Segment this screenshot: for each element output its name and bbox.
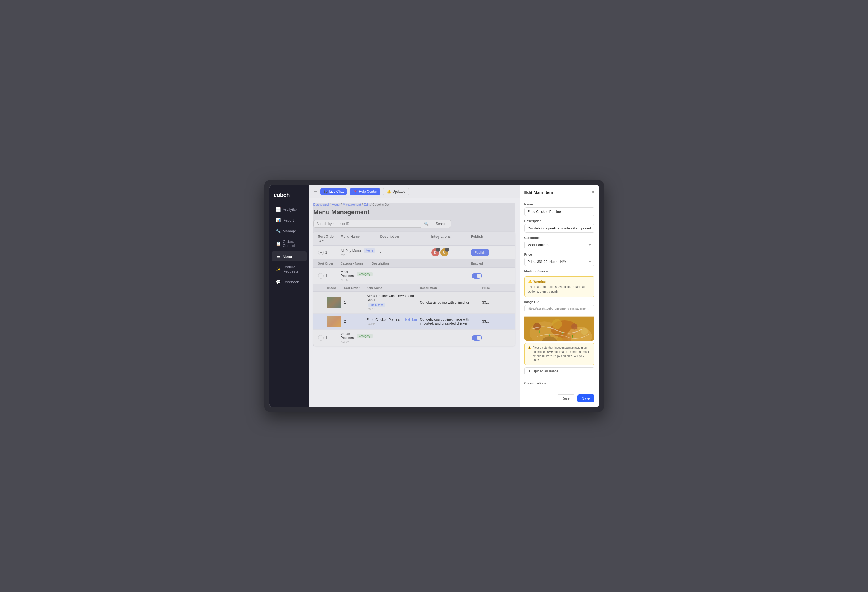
sidebar-item-feature-requests[interactable]: ✨ Feature Requests bbox=[272, 262, 307, 276]
svg-rect-10 bbox=[539, 330, 540, 333]
description-input[interactable] bbox=[524, 224, 595, 233]
reset-button[interactable]: Reset bbox=[557, 395, 575, 402]
app-logo: cubch bbox=[269, 190, 309, 204]
cat-minus-button[interactable]: − bbox=[318, 273, 324, 279]
sidebar-item-manage[interactable]: 🔧 Manage bbox=[272, 226, 307, 236]
help-center-button[interactable]: ❓ Help Center bbox=[350, 188, 380, 195]
menu-name-header: Menu Name bbox=[341, 234, 380, 243]
item-sort-order: 2 bbox=[344, 320, 367, 324]
price-select[interactable]: Price: $31.00, Name: N/A bbox=[524, 258, 595, 266]
item-sort-order: 1 bbox=[344, 300, 367, 305]
info-icon: ⚠️ bbox=[528, 346, 531, 350]
sidebar-toggle-button[interactable]: ☰ bbox=[313, 189, 317, 194]
name-input[interactable] bbox=[524, 208, 595, 216]
orders-icon: 📋 bbox=[276, 242, 280, 246]
upload-icon: ⬆ bbox=[528, 369, 531, 373]
analytics-icon: 📈 bbox=[276, 207, 280, 212]
panel-title: Edit Main Item bbox=[524, 190, 554, 195]
sidebar-item-label: Feature Requests bbox=[283, 265, 302, 273]
close-panel-button[interactable]: × bbox=[592, 190, 594, 195]
price-label: Price bbox=[524, 253, 595, 256]
menu-icon: ☰ bbox=[276, 254, 280, 259]
cat2-toggle[interactable] bbox=[472, 335, 500, 341]
sidebar-item-orders-control[interactable]: 📋 Orders Control bbox=[272, 237, 307, 251]
row-integrations: D1 U1 bbox=[431, 249, 471, 256]
item-row: 1 Steak Poutine with Cheese and Bacon Ma… bbox=[313, 292, 515, 314]
description-header: Description bbox=[380, 234, 431, 243]
svg-point-4 bbox=[533, 323, 540, 330]
categories-select[interactable]: Meat Poutines bbox=[524, 241, 595, 249]
cat-toggle[interactable] bbox=[472, 273, 500, 279]
cat-name: Meat Poutines Category r14360 bbox=[341, 270, 373, 281]
main-item-tag: Main Item bbox=[368, 303, 385, 307]
cat2-description: - bbox=[373, 336, 472, 340]
cat-description: - bbox=[373, 274, 472, 278]
name-label: Name bbox=[524, 203, 595, 206]
content-inner: Dashboard / Menu / Management / Edit / C… bbox=[313, 203, 515, 346]
help-icon: ❓ bbox=[353, 190, 357, 194]
sidebar: cubch 📈 Analytics 📊 Report 🔧 Manage 📋 Or… bbox=[269, 185, 309, 407]
image-url-label: Image URL bbox=[524, 300, 595, 303]
menu-table: Sort Order ▲▼ Menu Name Description Inte… bbox=[313, 232, 515, 346]
item-image-wrap bbox=[327, 316, 344, 327]
save-button[interactable]: Save bbox=[577, 395, 594, 402]
row-description: - bbox=[380, 250, 431, 255]
integration-badge-uber: U1 bbox=[440, 249, 448, 256]
topbar: ☰ 🎧 Live Chat ❓ Help Center 🔔 Updates bbox=[309, 185, 520, 198]
cat2-plus-button[interactable]: + bbox=[318, 335, 324, 341]
search-icon-button[interactable]: 🔍 bbox=[421, 220, 432, 228]
svg-point-9 bbox=[581, 328, 588, 335]
search-bar: 🔍 Search bbox=[313, 220, 515, 228]
warning-box: ⚠️ Warning There are no options availabl… bbox=[524, 277, 595, 297]
cat2-name: Vegan Poutines Category r53624 bbox=[341, 332, 373, 343]
food-image-preview bbox=[524, 314, 595, 341]
table-row: − 1 All Day Menu Menu 648791 - bbox=[313, 246, 515, 259]
food-image-svg bbox=[524, 314, 595, 341]
enabled-toggle-2[interactable] bbox=[472, 335, 482, 341]
category-tag-2: Category bbox=[357, 334, 373, 338]
svg-point-6 bbox=[571, 324, 577, 329]
publish-button[interactable]: Publish bbox=[471, 249, 489, 256]
updates-button[interactable]: 🔔 Updates bbox=[383, 188, 409, 195]
sidebar-item-label: Report bbox=[283, 218, 294, 222]
search-button[interactable]: Search bbox=[432, 220, 451, 228]
panel-footer: Reset Save bbox=[524, 391, 595, 402]
main-item-tag: Main Item bbox=[403, 318, 420, 322]
sidebar-item-label: Orders Control bbox=[283, 239, 302, 248]
sidebar-item-label: Manage bbox=[283, 229, 296, 233]
search-input-wrap bbox=[313, 220, 421, 228]
item-image-fried bbox=[327, 316, 341, 327]
modifier-groups-label: Modifier Groups bbox=[524, 269, 595, 273]
sidebar-item-menu[interactable]: ☰ Menu bbox=[272, 251, 307, 262]
search-input[interactable] bbox=[317, 222, 418, 226]
item-row-selected[interactable]: 2 Fried Chicken Poutine Main Item r08143… bbox=[313, 314, 515, 330]
row-publish: Publish bbox=[471, 249, 499, 256]
enabled-toggle[interactable] bbox=[472, 273, 482, 279]
panel-header: Edit Main Item × bbox=[524, 190, 595, 195]
item-image bbox=[327, 297, 341, 308]
upload-image-button[interactable]: ⬆ Upload an Image bbox=[524, 367, 595, 375]
item-name: Fried Chicken Poutine Main Item r08143 bbox=[367, 318, 420, 325]
image-url-input[interactable] bbox=[524, 305, 595, 312]
image-info-box: ⚠️ Please note that image maximum size m… bbox=[524, 343, 595, 365]
sidebar-item-label: Feedback bbox=[283, 280, 299, 284]
description-label: Description bbox=[524, 219, 595, 223]
publish-header: Publish bbox=[471, 234, 499, 243]
sidebar-item-report[interactable]: 📊 Report bbox=[272, 215, 307, 225]
sidebar-item-analytics[interactable]: 📈 Analytics bbox=[272, 204, 307, 215]
category-tag: Category bbox=[357, 272, 373, 276]
svg-point-5 bbox=[552, 319, 562, 329]
row-menu-name: All Day Menu Menu 648791 bbox=[341, 249, 380, 256]
live-chat-button[interactable]: 🎧 Live Chat bbox=[320, 188, 347, 195]
minus-button[interactable]: − bbox=[318, 250, 324, 255]
table-header: Sort Order ▲▼ Menu Name Description Inte… bbox=[313, 232, 515, 246]
sort-order-header: Sort Order ▲▼ bbox=[318, 234, 341, 243]
category-row-2: + 1 Vegan Poutines Category r53624 - bbox=[313, 330, 515, 346]
item-header: Image Sort Order Item Name Description P… bbox=[313, 284, 515, 292]
integrations-header: Integrations bbox=[431, 234, 471, 243]
report-icon: 📊 bbox=[276, 218, 280, 222]
item-image-wrap bbox=[327, 297, 344, 308]
breadcrumb: Dashboard / Menu / Management / Edit / C… bbox=[313, 203, 515, 206]
warning-text: There are no options available. Please a… bbox=[528, 284, 591, 294]
sidebar-item-feedback[interactable]: 💬 Feedback bbox=[272, 277, 307, 287]
